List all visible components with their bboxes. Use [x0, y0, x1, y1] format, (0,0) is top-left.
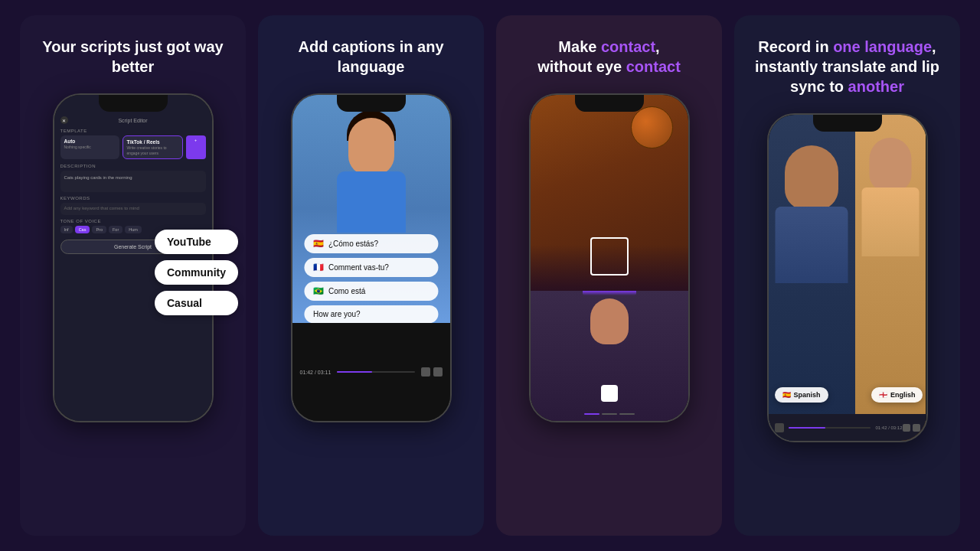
card-1-title: Your scripts just got way better [35, 37, 230, 77]
tone-for[interactable]: For [109, 226, 122, 233]
caption-english: How are you? [304, 305, 438, 323]
caption-ctrl-icons [421, 367, 443, 377]
tl-time: 01:42 / 03:12 [875, 425, 902, 430]
se-template-tiktok[interactable]: TikTok / Reels Write creative stories to… [122, 135, 183, 159]
tl-progress-bar[interactable] [789, 427, 871, 429]
caption-french: 🇫🇷 Comment vas-tu? [304, 258, 438, 277]
phone-mockup-4: 🇪🇸 Spanish 🏴󠁧󠁢󠁥󠁮󠁧󠁿 English [767, 113, 928, 442]
tl-ctrls [903, 424, 920, 432]
body-left [776, 207, 848, 283]
translate-screen: 🇪🇸 Spanish 🏴󠁧󠁢󠁥󠁮󠁧󠁿 English [769, 115, 926, 441]
basketball-scene [531, 95, 688, 291]
floating-badges: YouTube Community Casual [155, 230, 238, 315]
split-left: 🇪🇸 Spanish [769, 115, 855, 441]
tone-hum[interactable]: Hum [125, 226, 142, 233]
caption-progress-fill [337, 371, 372, 373]
tl-progress-fill [789, 427, 826, 429]
caption-ctrl-1[interactable] [421, 367, 430, 377]
tone-cas[interactable]: Cas [75, 226, 90, 233]
badge-casual: Casual [155, 291, 238, 315]
se-keywords-box[interactable]: Add any keyword that comes to mind [60, 203, 206, 215]
phone-notch-1 [99, 95, 168, 112]
phone-notch-3 [575, 95, 644, 112]
dot-3 [619, 413, 635, 415]
tone-inf[interactable]: Inf [60, 226, 73, 233]
card-translate: Record in one language,instantly transla… [734, 15, 960, 536]
basketball-icon [631, 106, 673, 148]
person-face [348, 118, 394, 175]
card-captions: Add captions in any language 🇪🇸 ¿Cómo es… [258, 15, 484, 536]
dot-1 [584, 413, 599, 415]
progress-dots [584, 413, 635, 415]
face-person-portrait [531, 291, 688, 421]
portrait-face [590, 298, 629, 344]
card-scripts: Your scripts just got way better ✕ Scrip… [20, 15, 246, 536]
flag-french: 🇫🇷 [313, 262, 324, 272]
tl-icon-left[interactable] [775, 423, 784, 432]
card-3-title: Make contact,without eye contact [537, 37, 681, 77]
translate-bottom-bar: 01:42 / 03:12 [769, 414, 926, 441]
caption-portuguese: 🇧🇷 Como está [304, 282, 438, 301]
caption-progress-bar[interactable] [337, 371, 414, 373]
caption-bubbles: 🇪🇸 ¿Cómo estás? 🇫🇷 Comment vas-tu? 🇧🇷 Co… [304, 234, 438, 323]
se-tone-label: TONE OF VOICE [60, 219, 206, 223]
flag-england: 🏴󠁧󠁢󠁥󠁮󠁧󠁿 [879, 391, 887, 399]
split-right: 🏴󠁧󠁢󠁥󠁮󠁧󠁿 English [855, 115, 926, 441]
purple-glow [583, 291, 636, 295]
phone-notch-2 [337, 95, 406, 112]
caption-time: 01:42 / 03:11 [300, 370, 332, 375]
face-detection-box [590, 237, 629, 276]
phone-notch-4 [813, 115, 882, 132]
face-right [870, 138, 912, 191]
tl-btn-2[interactable] [913, 424, 920, 432]
flag-spain: 🇪🇸 [782, 391, 791, 399]
lang-badge-spanish: 🇪🇸 Spanish [775, 387, 828, 403]
face-left [785, 145, 838, 210]
badge-community: Community [155, 260, 238, 285]
flag-portuguese: 🇧🇷 [313, 286, 324, 296]
se-keywords-label: KEYWORDS [60, 196, 206, 201]
person-body [337, 171, 406, 233]
se-header: ✕ Script Editor [60, 116, 206, 124]
record-btn[interactable] [601, 385, 618, 402]
card-2-title: Add captions in any language [273, 37, 469, 77]
dot-2 [602, 413, 617, 415]
phone-mockup-2: 🇪🇸 ¿Cómo estás? 🇫🇷 Comment vas-tu? 🇧🇷 Co… [291, 93, 452, 422]
caption-spanish: 🇪🇸 ¿Cómo estás? [304, 234, 438, 253]
se-close-btn[interactable]: ✕ [60, 116, 68, 124]
tl-btn-1[interactable] [903, 424, 910, 432]
se-title: Script Editor [68, 118, 198, 123]
se-template-more-btn[interactable]: + [186, 135, 206, 159]
tone-pro[interactable]: Pro [92, 226, 106, 233]
se-desc-box: Cats playing cards in the morning [60, 171, 206, 192]
cards-container: Your scripts just got way better ✕ Scrip… [0, 0, 980, 551]
se-template-label: TEMPLATE [60, 129, 206, 133]
caption-bottom-bar: 01:42 / 03:11 [292, 323, 450, 421]
card-4-title: Record in one language,instantly transla… [750, 37, 945, 96]
caption-screen: 🇪🇸 ¿Cómo estás? 🇫🇷 Comment vas-tu? 🇧🇷 Co… [292, 95, 450, 421]
se-template-auto[interactable]: Auto Nothing specific [60, 135, 119, 159]
lang-badge-english: 🏴󠁧󠁢󠁥󠁮󠁧󠁿 English [871, 387, 923, 403]
badge-youtube: YouTube [155, 230, 238, 254]
phone-mockup-3 [529, 93, 690, 422]
flag-spanish: 🇪🇸 [313, 239, 324, 249]
se-templates: Auto Nothing specific TikTok / Reels Wri… [60, 135, 206, 159]
se-desc-label: DESCRIPTION [60, 164, 206, 168]
card-eyecontact: Make contact,without eye contact [496, 15, 722, 536]
eyecontact-screen [531, 95, 688, 421]
caption-ctrl-2[interactable] [433, 367, 443, 377]
body-right [862, 187, 920, 256]
